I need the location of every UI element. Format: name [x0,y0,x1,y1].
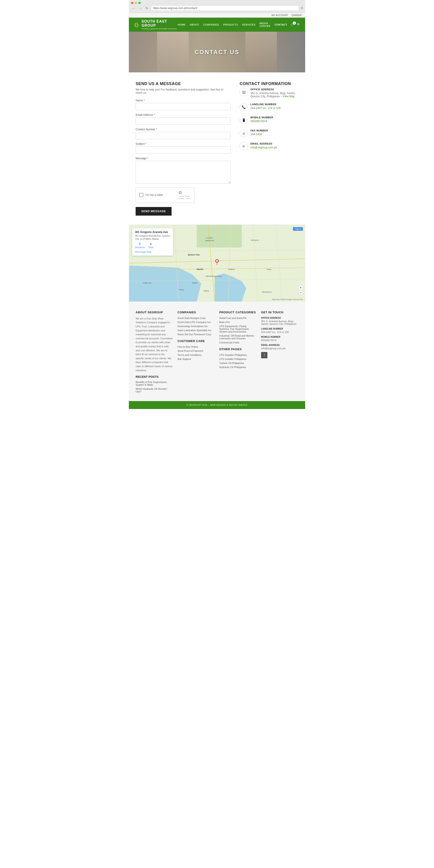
office-title: OFFICE ADDRESS [251,88,298,91]
email-item: ✉ EMAIL ADDRESS info@segroup.com.ph [240,142,298,150]
other-page-1[interactable]: LPG Supplier Philippines [219,353,257,356]
map-attribution: Map data ©2018 Google Terms of Use [272,299,303,301]
footer-about-text: We are a One Stop Shop Solutions Company… [136,317,173,372]
cc-4[interactable]: Ask Support [177,358,215,360]
fax-title: FAX NUMBER [251,129,268,132]
nav-companies[interactable]: COMPANIES [203,23,219,26]
zoom-out-button[interactable]: − [298,290,303,295]
other-page-4[interactable]: Hydraulic Oil Philippines [219,366,257,369]
cart-icon-wrapper[interactable]: 🛒 0 [291,23,295,27]
send-message-button[interactable]: SEND MESSAGE [136,207,172,216]
cart-count: 0 [293,22,296,25]
landline-title: LANDLINE NUMBER [251,103,280,106]
svg-text:Makati: Makati [192,282,198,284]
zoom-in-button[interactable]: + [298,285,303,290]
captcha-branding: ♻ reCAPTCHA Privacy - Terms [178,190,191,200]
email-label: Email Address * [136,113,231,117]
office-address-item: 🏢 OFFICE ADDRESS 361 G. Araneta Avenue, … [240,88,298,98]
forward-button[interactable]: → [138,6,143,10]
other-page-3[interactable]: Turbine Oil Philippines [219,362,257,365]
landline-value: 244-2407 loc. 119 or 105 [251,106,280,110]
recaptcha-brand: reCAPTCHA [178,195,191,197]
other-page-2[interactable]: LPG Installer Philippines [219,358,257,360]
nav-services[interactable]: SERVICES [242,23,256,26]
product-1[interactable]: Retail Fuel and AutoLPG [219,317,257,319]
recent-post-1[interactable]: Benefits of Fire Suppression System in M… [136,381,173,386]
product-2[interactable]: Bulk LPG [219,321,257,323]
fax-item: 🖨 FAX NUMBER 244-2408 [240,129,298,137]
email-content: EMAIL ADDRESS info@segroup.com.ph [251,142,277,150]
directions-icon: ⬆ [139,242,141,246]
footer-facebook-link[interactable]: f [261,352,267,358]
landline-item: 📞 LANDLINE NUMBER 244-2407 loc. 119 or 1… [240,103,298,111]
name-input[interactable] [136,103,231,110]
fax-value: 244-2408 [251,133,268,136]
cc-1[interactable]: How to Buy Online [177,345,215,348]
footer-office-value: 361 G. Araneta Avenue, Brgy. Santol, Que… [261,320,298,325]
message-field-group: Message * [136,157,231,184]
browser-close-dot[interactable] [131,2,133,4]
company-2[interactable]: South East LPG Company Inc. [177,321,215,323]
view-larger-map-link[interactable]: View larger map [135,251,151,253]
form-title: SEND US A MESSAGE [136,82,231,86]
nav-home[interactable]: HOME [178,23,186,26]
view-map-link[interactable]: View Map [283,95,295,98]
footer-social-links: f [261,352,298,358]
cc-2[interactable]: Send Proof of Payment [177,349,215,352]
footer-contact-col: GET IN TOUCH OFFICE ADDRESS 361 G. Arane… [261,311,298,394]
logo-icon [133,21,140,28]
form-subtitle: We love to help you! For feedback, quest… [136,88,231,94]
subject-input[interactable] [136,146,231,154]
svg-text:Mandaluyong: Mandaluyong [206,275,216,277]
my-account-link[interactable]: MY ACCOUNT [271,14,288,17]
captcha-checkbox[interactable] [139,193,143,197]
message-input[interactable] [136,161,231,183]
nav-about[interactable]: ABOUT [190,23,199,26]
captcha-area: I'm not a robot ♻ reCAPTCHA Privacy - Te… [136,187,194,203]
footer-email-value: info@segroup.com.ph [261,347,298,350]
directions-label: Directions [135,246,145,249]
refresh-button[interactable]: ↻ [145,6,149,10]
cc-3[interactable]: Terms and Conditions [177,353,215,356]
svg-text:Quezon City: Quezon City [188,253,199,256]
footer-about-title: ABOUT SEGROUP [136,311,173,314]
nav-media-center[interactable]: MEDIA CENTER [260,22,270,27]
email-address-title: EMAIL ADDRESS [251,142,277,145]
svg-text:Pasig: Pasig [217,275,222,277]
map-popup-title: 361 Gregorio Araneta Ave [135,230,170,234]
browser-minimize-dot[interactable] [135,2,137,4]
browser-expand-dot[interactable] [138,2,141,4]
company-5[interactable]: Reino Del Sur Petroleum Corp. [177,333,215,336]
utility-bar: MY ACCOUNT CAREER [129,13,305,18]
fax-content: FAX NUMBER 244-2408 [251,129,268,137]
contact-input[interactable] [136,132,231,139]
save-button[interactable]: ★ Save [148,242,154,249]
logo-area[interactable]: SOUTH EAST GROUP Fuelling a greener and … [133,20,178,30]
recent-post-2[interactable]: Which Hydraulic Oil Should I Use? [136,388,173,393]
nav-contact[interactable]: CONTACT [275,23,287,26]
save-label: Save [148,246,154,249]
product-4[interactable]: Industrial, Off Road and Marine Lubrican… [219,334,257,340]
nav-products[interactable]: PRODUCTS [223,23,238,26]
hero-person-left [157,32,189,72]
subject-field-group: Subject * [136,142,231,154]
product-5[interactable]: Commercial Fuels [219,341,257,344]
map-section: Quezon City Manila Caloocan Mandaluyong … [129,225,305,302]
company-1[interactable]: South East Autogas Corp. [177,317,215,319]
url-bar[interactable]: https://www.segroup.com.ph/contact/ [151,5,299,11]
map-controls: + − [298,285,303,295]
map-sign-in-button[interactable]: Sign in [293,227,303,231]
email-address-value: info@segroup.com.ph [251,146,277,149]
svg-text:La Mesa: La Mesa [206,237,213,239]
email-field-group: Email Address * [136,113,231,125]
search-button[interactable]: 🔍 [297,23,301,27]
directions-button[interactable]: ⬆ Directions [135,242,145,249]
browser-menu-button[interactable]: ≡ [301,6,303,10]
company-3[interactable]: Greenology Innovations Inc. [177,325,215,328]
back-button[interactable]: ← [131,6,136,10]
company-4[interactable]: Xaint Lubrication Specialist Inc. [177,329,215,332]
fax-icon: 🖨 [240,129,248,137]
email-input[interactable] [136,117,231,125]
product-3[interactable]: LPG Equipments, Piping Systems, Fire Sup… [219,325,257,333]
career-link[interactable]: CAREER [291,14,302,17]
